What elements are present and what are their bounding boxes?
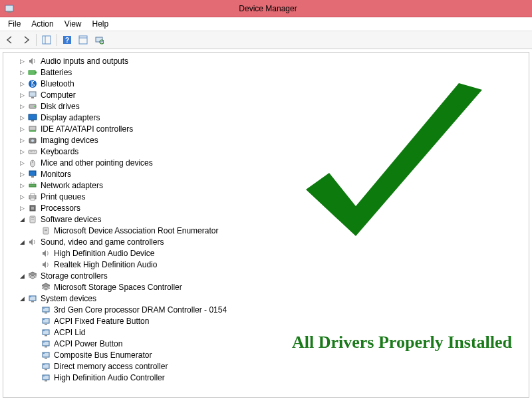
tree-node[interactable]: Composite Bus Enumerator <box>3 349 529 360</box>
printer-icon <box>27 192 38 202</box>
expander-closed-icon[interactable]: ▷ <box>18 125 26 133</box>
tree-node-label: Keyboards <box>41 146 78 157</box>
tree-node-label: Imaging devices <box>41 135 98 146</box>
svg-rect-34 <box>33 182 35 184</box>
expander-open-icon[interactable]: ◢ <box>18 215 26 223</box>
svg-point-69 <box>43 375 45 376</box>
tree-node-label: Disk drives <box>41 101 80 112</box>
cpu-icon <box>27 203 38 213</box>
tree-node[interactable]: ◢Storage controllers <box>3 270 529 281</box>
svg-point-57 <box>43 330 45 331</box>
tree-node-label: ACPI Lid <box>54 327 85 338</box>
expander-closed-icon[interactable]: ▷ <box>18 148 26 156</box>
display-icon <box>27 112 38 123</box>
expander-closed-icon[interactable]: ▷ <box>18 102 26 110</box>
tree-node[interactable]: Realtek High Definition Audio <box>3 259 529 270</box>
svg-rect-53 <box>45 324 47 325</box>
menu-view[interactable]: View <box>59 18 87 30</box>
expander-closed-icon[interactable]: ▷ <box>18 57 26 65</box>
tree-node-label: High Definition Audio Device <box>54 248 154 259</box>
tree-node[interactable]: ◢System devices <box>3 293 529 304</box>
system-icon <box>41 305 51 315</box>
speaker-icon <box>41 259 51 270</box>
back-button[interactable] <box>3 33 17 47</box>
tree-node[interactable]: ▷Print queues <box>3 191 529 202</box>
system-icon <box>41 327 51 338</box>
tree-node[interactable]: ▷Network adapters <box>3 180 529 191</box>
expander-closed-icon[interactable]: ▷ <box>18 204 26 212</box>
expander-closed-icon[interactable]: ▷ <box>18 136 26 144</box>
svg-rect-37 <box>31 198 35 200</box>
tree-node[interactable]: ▷Computer <box>3 89 529 100</box>
tree-node[interactable]: ▷Processors <box>3 202 529 213</box>
svg-rect-13 <box>29 92 36 96</box>
computer-icon <box>27 90 38 100</box>
svg-rect-30 <box>29 171 36 176</box>
svg-rect-24 <box>30 151 31 152</box>
show-hide-tree-button[interactable] <box>39 33 54 47</box>
expander-closed-icon[interactable]: ▷ <box>18 170 26 178</box>
expander-closed-icon[interactable]: ▷ <box>18 159 26 167</box>
expander-open-icon[interactable]: ◢ <box>18 295 26 303</box>
tree-node[interactable]: 3rd Gen Core processor DRAM Controller -… <box>3 304 529 315</box>
expander-none <box>31 362 39 370</box>
tree-node[interactable]: ▷Keyboards <box>3 146 529 157</box>
svg-text:?: ? <box>65 37 69 44</box>
expander-closed-icon[interactable]: ▷ <box>18 68 26 76</box>
menu-help[interactable]: Help <box>87 18 114 30</box>
properties-button[interactable] <box>76 33 90 47</box>
expander-closed-icon[interactable]: ▷ <box>18 114 26 122</box>
expander-none <box>31 249 39 257</box>
tree-node[interactable]: ▷Mice and other pointing devices <box>3 157 529 168</box>
bluetooth-icon <box>27 78 38 89</box>
help-button[interactable]: ? <box>60 33 74 47</box>
tree-node[interactable]: Microsoft Device Association Root Enumer… <box>3 225 529 236</box>
svg-rect-2 <box>43 36 51 44</box>
toolbar-separator <box>36 34 37 46</box>
tree-node[interactable]: Direct memory access controller <box>3 360 529 372</box>
camera-icon <box>27 135 38 146</box>
battery-icon <box>27 67 38 78</box>
tree-node[interactable]: ▷IDE ATA/ATAPI controllers <box>3 123 529 134</box>
tree-node[interactable]: Microsoft Storage Spaces Controller <box>3 281 529 293</box>
expander-open-icon[interactable]: ◢ <box>18 272 26 280</box>
tree-node[interactable]: ACPI Fixed Feature Button <box>3 315 529 327</box>
expander-closed-icon[interactable]: ▷ <box>18 193 26 201</box>
tree-node[interactable]: ▷Imaging devices <box>3 134 529 146</box>
tree-node[interactable]: ▷Display adapters <box>3 112 529 123</box>
tree-node-label: ACPI Fixed Feature Button <box>54 316 149 327</box>
speaker-icon <box>41 248 51 259</box>
expander-none <box>31 374 39 382</box>
scan-hardware-button[interactable] <box>92 33 106 47</box>
system-icon <box>41 338 51 349</box>
tree-node-label: Network adapters <box>41 180 103 191</box>
svg-rect-41 <box>31 217 34 218</box>
svg-rect-39 <box>31 207 34 209</box>
tree-node[interactable]: ▷Bluetooth <box>3 78 529 89</box>
tree-node[interactable]: ▷Audio inputs and outputs <box>3 55 529 66</box>
expander-closed-icon[interactable]: ▷ <box>18 80 26 88</box>
speaker-icon <box>27 237 38 247</box>
svg-rect-10 <box>29 70 35 74</box>
tree-node[interactable]: ▷Disk drives <box>3 100 529 112</box>
menu-file[interactable]: File <box>3 18 26 30</box>
window-title: Device Manager <box>17 4 532 13</box>
tree-node[interactable]: ACPI Power Button <box>3 338 529 349</box>
tree-node[interactable]: High Definition Audio Controller <box>3 372 529 383</box>
svg-rect-11 <box>35 71 37 73</box>
tree-node[interactable]: ▷Batteries <box>3 66 529 78</box>
tree-node[interactable]: ACPI Lid <box>3 327 529 338</box>
svg-point-54 <box>43 319 45 320</box>
tree-node[interactable]: ◢Sound, video and game controllers <box>3 236 529 247</box>
expander-open-icon[interactable]: ◢ <box>18 238 26 246</box>
tree-node[interactable]: High Definition Audio Device <box>3 247 529 259</box>
menu-action[interactable]: Action <box>26 18 59 30</box>
expander-closed-icon[interactable]: ▷ <box>18 182 26 190</box>
svg-rect-36 <box>31 194 35 196</box>
tree-node[interactable]: ▷Monitors <box>3 168 529 180</box>
expander-closed-icon[interactable]: ▷ <box>18 91 26 99</box>
svg-rect-62 <box>45 358 47 359</box>
tree-node[interactable]: ◢Software devices <box>3 213 529 225</box>
forward-button[interactable] <box>19 33 33 47</box>
expander-none <box>31 351 39 359</box>
